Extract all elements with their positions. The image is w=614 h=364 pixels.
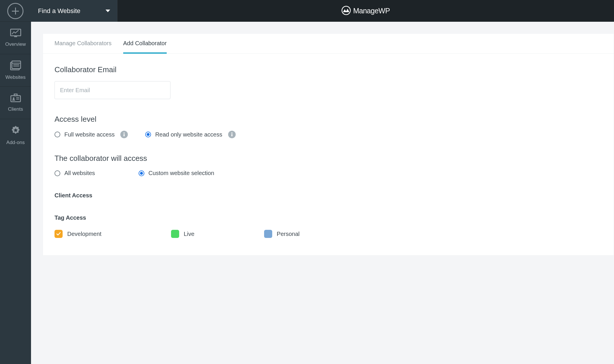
radio-readonly-access[interactable]: Read only website access [145,131,235,138]
collaborator-email-input[interactable] [55,81,170,99]
websites-icon [10,61,21,72]
tabs: Manage Collaborators Add Collaborator [43,34,614,54]
radio-label: Read only website access [155,131,222,138]
main-card: Manage Collaborators Add Collaborator Co… [43,33,614,256]
svg-point-17 [123,132,125,134]
svg-rect-11 [11,96,20,102]
tag-label: Live [184,231,195,237]
scope-heading: The collaborator will access [55,154,602,163]
svg-point-1 [12,33,12,34]
svg-point-19 [231,132,232,134]
brand-name: ManageWP [353,7,390,15]
sidebar-item-label: Websites [6,74,26,80]
sidebar-item-addons[interactable]: Add-ons [0,119,31,152]
svg-rect-20 [231,134,232,136]
radio-full-access[interactable]: Full website access [55,131,128,138]
checkbox-icon [264,230,272,238]
sidebar-item-label: Overview [5,41,26,47]
svg-rect-18 [124,134,125,136]
radio-all-websites[interactable]: All websites [55,170,121,176]
sidebar-item-clients[interactable]: Clients [0,87,31,119]
sidebar-item-overview[interactable]: Overview [0,22,31,54]
brand-logo-icon [341,6,351,16]
sidebar-item-label: Clients [8,106,23,112]
topbar: Find a Website ManageWP [31,0,614,22]
radio-icon [139,170,144,176]
find-website-label: Find a Website [38,7,80,15]
info-icon[interactable] [120,131,128,138]
svg-point-13 [13,97,14,99]
radio-label: Custom website selection [148,170,214,176]
radio-icon [55,170,60,176]
add-button[interactable] [7,3,23,19]
radio-custom-selection[interactable]: Custom website selection [139,170,214,176]
checkbox-icon [55,230,63,238]
clients-icon [10,94,21,103]
svg-rect-5 [14,36,17,37]
sidebar-item-websites[interactable]: Websites [0,54,31,87]
sidebar: Overview Websites [0,0,31,364]
radio-label: All websites [64,170,95,176]
radio-icon [55,132,60,137]
email-heading: Collaborator Email [55,65,602,74]
chevron-down-icon [106,10,110,12]
radio-icon [145,132,151,137]
tab-manage-collaborators[interactable]: Manage Collaborators [55,34,112,54]
tag-live[interactable]: Live [171,230,195,238]
tag-development[interactable]: Development [55,230,101,238]
svg-point-16 [342,6,350,14]
tag-access-heading: Tag Access [55,214,602,221]
svg-rect-12 [14,94,17,96]
access-level-heading: Access level [55,115,602,124]
checkbox-icon [171,230,179,238]
brand: ManageWP [117,0,614,22]
addons-icon [10,125,21,137]
find-website-dropdown[interactable]: Find a Website [31,0,117,22]
tag-label: Personal [277,231,300,237]
sidebar-item-label: Add-ons [6,140,25,145]
tab-add-collaborator[interactable]: Add Collaborator [123,34,167,54]
client-access-heading: Client Access [55,192,602,199]
svg-point-3 [15,32,16,33]
svg-point-4 [18,30,19,31]
svg-point-2 [13,31,14,32]
tag-personal[interactable]: Personal [264,230,300,238]
info-icon[interactable] [228,131,236,138]
radio-label: Full website access [64,131,115,138]
tag-label: Development [67,231,101,237]
overview-icon [10,29,21,39]
